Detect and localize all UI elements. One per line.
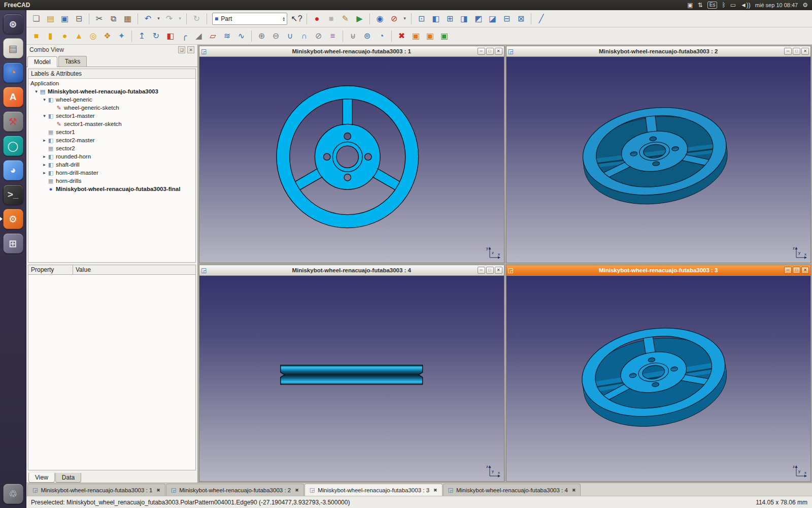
union-button[interactable]: ∪ bbox=[283, 29, 297, 43]
view-top-button[interactable]: ⊞ bbox=[443, 12, 457, 25]
close-window-button[interactable]: ✕ bbox=[801, 267, 809, 274]
viewport-3d[interactable]: yxz bbox=[199, 57, 504, 263]
chamfer-button[interactable]: ◢ bbox=[192, 29, 206, 43]
sweep-button[interactable]: ∿ bbox=[234, 29, 248, 43]
close-window-button[interactable]: ✕ bbox=[801, 48, 809, 55]
tree-expander-icon[interactable]: ▸ bbox=[42, 138, 47, 143]
tab-close-icon[interactable]: ✖ bbox=[156, 488, 160, 493]
minimize-window-button[interactable]: ─ bbox=[478, 267, 485, 274]
appearance-button[interactable]: ▣ bbox=[409, 29, 423, 43]
tree-item-Miniskybot-wheel-renacuajo-futaba3003[interactable]: ▾▤Miniskybot-wheel-renacuajo-futaba3003 bbox=[28, 87, 195, 96]
part-sphere-button[interactable]: ● bbox=[58, 29, 72, 43]
tree-expander-icon[interactable]: ▸ bbox=[42, 170, 47, 175]
float-panel-button[interactable]: ❏ bbox=[178, 46, 185, 53]
maximize-window-button[interactable]: □ bbox=[793, 267, 800, 274]
property-column-header[interactable]: Property bbox=[28, 265, 73, 275]
undo-dropdown-button[interactable]: ▾ bbox=[155, 12, 162, 25]
launcher-ubuntu-software[interactable]: A bbox=[1, 85, 25, 109]
revolve-button[interactable]: ↻ bbox=[149, 29, 163, 43]
tree-expander-icon[interactable]: ▾ bbox=[42, 113, 47, 118]
macro-play-button[interactable]: ▶ bbox=[353, 12, 366, 25]
tree-expander-icon[interactable]: ▾ bbox=[33, 89, 39, 94]
tree-item-sector1[interactable]: ▦sector1 bbox=[28, 128, 195, 136]
close-panel-button[interactable]: ✕ bbox=[187, 46, 194, 53]
tab-close-icon[interactable]: ✖ bbox=[295, 488, 299, 493]
cut-button[interactable]: ✂ bbox=[92, 12, 106, 25]
mirror-button[interactable]: ◧ bbox=[163, 29, 177, 43]
tree-item-rounded-horn[interactable]: ▸◧rounded-horn bbox=[28, 152, 195, 161]
launcher-workspace-switcher[interactable]: ⊞ bbox=[1, 231, 25, 256]
view-right-button[interactable]: ◨ bbox=[457, 12, 471, 25]
view-rear-button[interactable]: ◩ bbox=[471, 12, 485, 25]
document-tab-1[interactable]: ◲Miniskybot-wheel-renacuajo-futaba3003 :… bbox=[27, 484, 165, 496]
view-isometric-button[interactable]: ⊠ bbox=[514, 12, 528, 25]
workbench-spinner[interactable]: ▴▾ bbox=[283, 16, 285, 21]
tree-expander-icon[interactable]: ▾ bbox=[42, 97, 47, 102]
tree-expander-icon[interactable]: ▸ bbox=[42, 154, 47, 159]
shape-builder-button[interactable]: ✦ bbox=[115, 29, 128, 43]
tree-item-sector2[interactable]: ▦sector2 bbox=[28, 144, 195, 152]
launcher-files[interactable]: ▤ bbox=[1, 36, 25, 60]
compound-button[interactable]: ⊎ bbox=[346, 29, 360, 43]
window-titlebar[interactable]: ◲ Miniskybot-wheel-renacuajo-futaba3003 … bbox=[506, 265, 811, 276]
part-primitives-button[interactable]: ❖ bbox=[100, 29, 114, 43]
tab-model[interactable]: Model bbox=[27, 56, 57, 67]
extrude-button[interactable]: ↥ bbox=[135, 29, 149, 43]
viewport-3d[interactable]: zxy bbox=[506, 276, 811, 482]
section-button[interactable]: ⊘ bbox=[312, 29, 325, 43]
tree-expander-icon[interactable]: ▸ bbox=[42, 162, 47, 167]
document-tab-2[interactable]: ◲Miniskybot-wheel-renacuajo-futaba3003 :… bbox=[166, 484, 304, 496]
redo-button[interactable]: ↷ bbox=[162, 12, 176, 25]
whats-this-button[interactable]: ↖? bbox=[290, 12, 303, 25]
part-torus-button[interactable]: ◎ bbox=[86, 29, 100, 43]
tree-item-wheel-generic-sketch[interactable]: ✎wheel-generic-sketch bbox=[28, 104, 195, 112]
print-button[interactable]: ⊟ bbox=[72, 12, 86, 25]
property-table-body[interactable] bbox=[28, 275, 196, 470]
view-axonometric-button[interactable]: ⊡ bbox=[415, 12, 428, 25]
paste-button[interactable]: ▦ bbox=[121, 12, 134, 25]
keyboard-layout-icon[interactable]: Es bbox=[707, 2, 718, 9]
macro-edit-button[interactable]: ✎ bbox=[339, 12, 352, 25]
refresh-button[interactable]: ↻ bbox=[190, 12, 204, 25]
save-document-button[interactable]: ▣ bbox=[58, 12, 72, 25]
launcher-freecad[interactable]: ⚙ bbox=[1, 207, 25, 231]
macro-stop-button[interactable]: ■ bbox=[324, 12, 338, 25]
loft-button[interactable]: ≋ bbox=[220, 29, 234, 43]
defeaturing-button[interactable]: ✖ bbox=[395, 29, 409, 43]
indicator-app-icon[interactable]: ▣ bbox=[687, 1, 693, 10]
tree-item-sector1-master-sketch[interactable]: ✎sector1-master-sketch bbox=[28, 120, 195, 128]
workbench-selector[interactable]: ■Part▴▾ bbox=[212, 13, 287, 25]
battery-icon[interactable]: ▭ bbox=[730, 1, 736, 10]
maximize-window-button[interactable]: □ bbox=[486, 267, 494, 274]
volume-icon[interactable]: ◄)) bbox=[740, 1, 751, 10]
texture-button[interactable]: ▣ bbox=[437, 29, 451, 43]
launcher-chromium[interactable]: ◕ bbox=[1, 158, 25, 182]
part-cone-button[interactable]: ▲ bbox=[72, 29, 86, 43]
tree-item-sector1-master[interactable]: ▾◧sector1-master bbox=[28, 112, 195, 120]
minimize-window-button[interactable]: ─ bbox=[784, 48, 792, 55]
window-titlebar[interactable]: ◲ Miniskybot-wheel-renacuajo-futaba3003 … bbox=[199, 46, 504, 57]
close-window-button[interactable]: ✕ bbox=[495, 267, 502, 274]
cut-button[interactable]: ⊖ bbox=[269, 29, 283, 43]
document-tab-3[interactable]: ◲Miniskybot-wheel-renacuajo-futaba3003 :… bbox=[304, 484, 443, 496]
minimize-window-button[interactable]: ─ bbox=[784, 267, 792, 274]
minimize-window-button[interactable]: ─ bbox=[478, 48, 485, 55]
intersection-button[interactable]: ∩ bbox=[297, 29, 311, 43]
measure-button[interactable]: ╱ bbox=[534, 12, 548, 25]
maximize-window-button[interactable]: □ bbox=[793, 48, 800, 55]
ruled-surface-button[interactable]: ▱ bbox=[206, 29, 220, 43]
view-bottom-button[interactable]: ◪ bbox=[486, 12, 499, 25]
thickness-button[interactable]: ◔ bbox=[375, 29, 388, 43]
part-box-button[interactable]: ■ bbox=[29, 29, 43, 43]
redo-dropdown-button[interactable]: ▾ bbox=[177, 12, 183, 25]
launcher-firefox[interactable]: ◔ bbox=[1, 60, 25, 85]
view-left-button[interactable]: ⊟ bbox=[500, 12, 514, 25]
tree-item-Miniskybot-wheel-renacuajo-futaba3003-final[interactable]: ●Miniskybot-wheel-renacuajo-futaba3003-f… bbox=[28, 185, 195, 193]
draw-style-button[interactable]: ⊘ bbox=[387, 12, 401, 25]
part-cylinder-button[interactable]: ▮ bbox=[44, 29, 57, 43]
window-titlebar[interactable]: ◲ Miniskybot-wheel-renacuajo-futaba3003 … bbox=[506, 46, 811, 57]
launcher-system-settings[interactable]: ⚒ bbox=[1, 109, 25, 134]
tree-item-horn-drill-master[interactable]: ▸◧horn-drill-master bbox=[28, 169, 195, 177]
tree-item-horn-drills[interactable]: ▦horn-drills bbox=[28, 177, 195, 185]
bluetooth-icon[interactable]: ᛒ bbox=[722, 1, 725, 10]
